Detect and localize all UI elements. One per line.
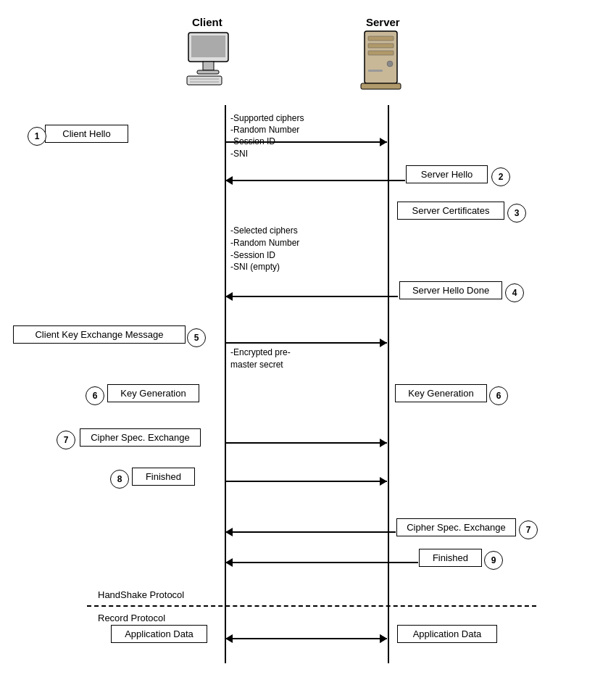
- app-data-client-box: Application Data: [111, 625, 207, 643]
- step9-server-badge: 9: [484, 551, 503, 570]
- server-icon: [354, 28, 412, 99]
- cipher-spec-server-box: Cipher Spec. Exchange: [396, 518, 516, 536]
- svg-rect-1: [191, 36, 225, 57]
- app-data-arrow-right: [225, 638, 387, 639]
- svg-rect-3: [197, 70, 219, 74]
- client-label: Client: [192, 16, 222, 28]
- app-data-server-box: Application Data: [397, 625, 497, 643]
- finished-server-arrow: [225, 562, 418, 563]
- server-hello-done-box: Server Hello Done: [399, 281, 502, 299]
- cipher-spec-server-arrow: [225, 531, 396, 533]
- step7-client-badge: 7: [57, 431, 75, 449]
- server-hello-annotation: -Selected ciphers-Random Number-Session …: [230, 225, 299, 273]
- step4-badge: 4: [505, 283, 524, 302]
- encrypted-pre-master-annotation: -Encrypted pre-master secret: [230, 346, 291, 371]
- finished-client-box: Finished: [132, 468, 195, 486]
- cipher-spec-client-arrow: [225, 442, 387, 444]
- diagram: Client Server Client Hello 1 -Supported …: [0, 0, 616, 693]
- client-timeline: [225, 105, 226, 663]
- step5-badge: 5: [187, 328, 206, 347]
- svg-point-11: [387, 61, 393, 67]
- svg-rect-12: [368, 70, 383, 72]
- svg-rect-4: [187, 76, 222, 85]
- svg-rect-8: [368, 36, 394, 41]
- client-key-exchange-arrow: [225, 342, 387, 344]
- protocol-separator: [87, 605, 536, 607]
- key-gen-client-box: Key Generation: [107, 384, 199, 402]
- step6-server-badge: 6: [489, 386, 508, 405]
- finished-client-arrow: [225, 481, 387, 482]
- step2-badge: 2: [491, 167, 510, 186]
- handshake-protocol-label: HandShake Protocol: [98, 589, 184, 600]
- step1-badge: 1: [28, 127, 46, 146]
- cipher-spec-client-box: Cipher Spec. Exchange: [80, 428, 201, 447]
- step6-client-badge: 6: [86, 386, 104, 405]
- step7-server-badge: 7: [519, 520, 538, 539]
- server-timeline: [388, 105, 389, 663]
- finished-server-box: Finished: [419, 549, 482, 567]
- server-certs-box: Server Certificates: [397, 202, 504, 220]
- record-protocol-label: Record Protocol: [98, 613, 165, 623]
- client-hello-annotation: -Supported ciphers-Random Number-Session…: [230, 112, 304, 159]
- client-hello-box: Client Hello: [45, 125, 128, 143]
- svg-rect-10: [368, 51, 394, 55]
- step3-badge: 3: [507, 204, 526, 223]
- client-key-exchange-box: Client Key Exchange Message: [13, 325, 186, 344]
- svg-rect-9: [368, 43, 394, 48]
- svg-rect-2: [203, 62, 214, 70]
- client-icon: [181, 29, 239, 97]
- step8-client-badge: 8: [110, 470, 129, 489]
- svg-rect-13: [361, 83, 401, 89]
- server-hello-done-arrow: [225, 296, 398, 297]
- server-label: Server: [366, 16, 400, 28]
- server-hello-arrow: [225, 180, 405, 181]
- key-gen-server-box: Key Generation: [395, 384, 487, 402]
- server-hello-box: Server Hello: [406, 165, 488, 183]
